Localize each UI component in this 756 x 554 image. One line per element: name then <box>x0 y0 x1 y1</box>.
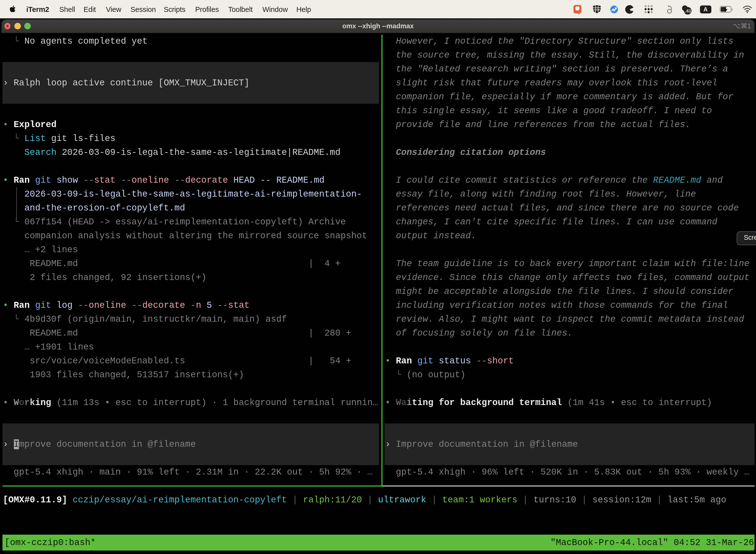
svg-text:..61: ..61 <box>684 8 691 13</box>
